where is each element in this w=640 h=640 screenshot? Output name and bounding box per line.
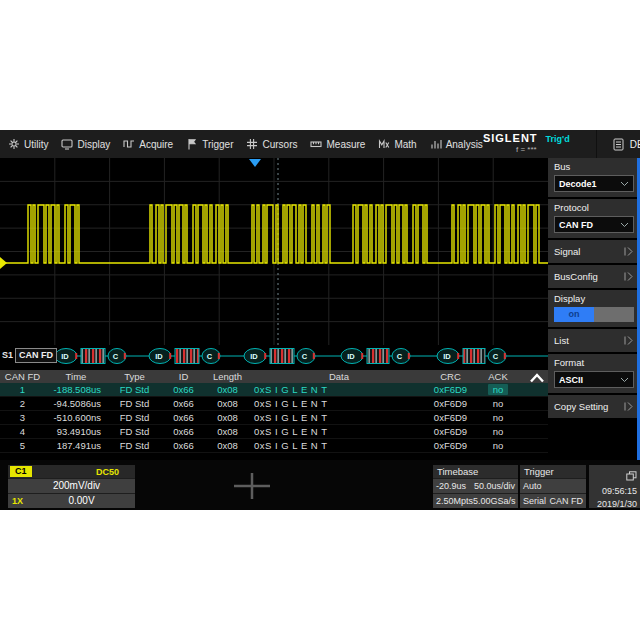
timebase-descriptor[interactable]: Timebase -20.9us 50.0us/div 2.50Mpts 5.0…: [433, 465, 518, 508]
menu-measure[interactable]: Measure: [310, 138, 365, 150]
trigger-bus: CAN FD: [550, 494, 584, 508]
panel-signal[interactable]: Signal: [548, 240, 640, 263]
panel-bus: Bus Decode1: [548, 158, 640, 197]
channel1-level-marker[interactable]: [0, 257, 7, 269]
cell-id: 0x66: [162, 397, 205, 410]
table-row-5[interactable]: 5187.491usFD Std0x660x080xS I G L E N T0…: [0, 439, 548, 453]
cell-id: 0x66: [162, 425, 205, 438]
cell-crc: 0xF6D9: [428, 397, 473, 410]
menu-trigger[interactable]: Trigger: [186, 138, 233, 150]
waveform-area[interactable]: IDCIDCIDCIDCIDC S1 CAN FD CAN FD Time Ty…: [0, 158, 548, 460]
col-header-data: Data: [250, 370, 428, 383]
menu-utility[interactable]: Utility: [8, 138, 48, 150]
cell-length: 0x08: [205, 383, 250, 396]
col-header-type: Type: [107, 370, 162, 383]
svg-text:ID: ID: [347, 352, 355, 361]
flag-icon: [186, 138, 198, 150]
analysis-icon: [430, 138, 442, 150]
channel1-descriptor[interactable]: C1 DC50 200mV/div 1X 0.00V: [8, 465, 135, 508]
menu-label: Math: [394, 139, 416, 150]
table-row-4[interactable]: 493.4910usFD Std0x660x080xS I G L E N T0…: [0, 425, 548, 439]
format-select[interactable]: ASCII: [554, 371, 634, 388]
svg-text:ID: ID: [155, 352, 163, 361]
cell-length: 0x08: [205, 411, 250, 424]
add-trace-button[interactable]: [232, 472, 272, 500]
pages-icon: [626, 471, 637, 481]
decode-frame[interactable]: IDC: [437, 349, 506, 364]
chevron-down-icon: [620, 181, 629, 187]
table-row-2[interactable]: 2-94.5086usFD Std0x660x080xS I G L E N T…: [0, 397, 548, 411]
cell-type: FD Std: [107, 425, 162, 438]
svg-text:C: C: [113, 352, 119, 361]
svg-text:C: C: [207, 352, 213, 361]
decode-frame[interactable]: IDC: [55, 349, 126, 364]
cell-id: 0x66: [162, 411, 205, 424]
svg-text:ID: ID: [250, 352, 258, 361]
decode-frame[interactable]: IDC: [341, 349, 410, 364]
display-toggle[interactable]: on: [554, 307, 634, 322]
cell-num: 1: [0, 383, 45, 396]
channel1-coupling: DC50: [96, 467, 119, 477]
panel-busconfig[interactable]: BusConfig: [548, 265, 640, 288]
menu-acquire[interactable]: Acquire: [123, 138, 173, 150]
clock-box[interactable]: 09:56:15 2019/1/30: [589, 465, 640, 508]
panel-copy-setting[interactable]: Copy Setting: [548, 395, 640, 418]
menubar: UtilityDisplayAcquireTriggerCursorsMeasu…: [0, 130, 640, 158]
cell-num: 4: [0, 425, 45, 438]
submenu-arrow-icon: [623, 402, 634, 411]
decode-panel-header[interactable]: DECODE: [596, 130, 640, 158]
cell-crc: 0xF6D9: [428, 439, 473, 452]
oscilloscope-screen: UtilityDisplayAcquireTriggerCursorsMeasu…: [0, 130, 640, 510]
table-row-1[interactable]: 1-188.508usFD Std0x660x080xS I G L E N T…: [0, 383, 548, 397]
cell-data: 0xS I G L E N T: [250, 439, 428, 452]
channel1-scale: 200mV/div: [8, 478, 135, 493]
protocol-select[interactable]: CAN FD: [554, 216, 634, 233]
chevron-down-icon: [620, 222, 629, 228]
page: UtilityDisplayAcquireTriggerCursorsMeasu…: [0, 0, 640, 640]
cursors-icon: [246, 138, 258, 150]
col-header-length: Length: [205, 370, 250, 383]
bus-label: Bus: [554, 161, 634, 172]
protocol-select-value: CAN FD: [559, 220, 593, 230]
menu-label: Cursors: [262, 139, 297, 150]
bus-select[interactable]: Decode1: [554, 175, 634, 192]
cell-data: 0xS I G L E N T: [250, 425, 428, 438]
cell-length: 0x08: [205, 439, 250, 452]
panel-protocol: Protocol CAN FD: [548, 199, 640, 238]
menu-label: Utility: [24, 139, 48, 150]
format-label: Format: [554, 357, 634, 368]
format-select-value: ASCII: [559, 375, 583, 385]
cell-crc: 0xF6D9: [428, 411, 473, 424]
brand-block: SIGLENT Trig'd f = ***: [483, 133, 570, 155]
decode-frame[interactable]: IDC: [149, 349, 220, 364]
cell-id: 0x66: [162, 383, 205, 396]
menu-display[interactable]: Display: [61, 138, 110, 150]
cell-data: 0xS I G L E N T: [250, 383, 428, 396]
menu-cursors[interactable]: Cursors: [246, 138, 297, 150]
svg-text:C: C: [302, 352, 308, 361]
decode-bus-label[interactable]: CAN FD: [15, 348, 57, 363]
decode-frame[interactable]: IDC: [244, 349, 315, 364]
math-icon: [378, 138, 390, 150]
cell-crc: 0xF6D9: [428, 425, 473, 438]
cell-time: 93.4910us: [45, 425, 107, 438]
gear-icon: [8, 138, 20, 150]
trigger-descriptor[interactable]: Trigger Auto Serial CAN FD: [520, 465, 586, 508]
trigger-position-marker[interactable]: [249, 159, 261, 167]
decode-table-header: CAN FD Time Type ID Length Data CRC ACK: [0, 370, 548, 383]
clock-date: 2019/1/30: [589, 498, 637, 510]
table-row-3[interactable]: 3-510.600nsFD Std0x660x080xS I G L E N T…: [0, 411, 548, 425]
cell-ack: no: [473, 411, 523, 424]
busconfig-label: BusConfig: [554, 271, 598, 282]
frequency-readout: f = ***: [516, 145, 537, 155]
menu-math[interactable]: Math: [378, 138, 416, 150]
panel-list[interactable]: List: [548, 329, 640, 352]
cell-ack: no: [473, 397, 523, 410]
submenu-arrow-icon: [623, 247, 634, 256]
menu-label: Acquire: [139, 139, 173, 150]
trigger-mode: Auto: [523, 479, 542, 493]
protocol-label: Protocol: [554, 202, 634, 213]
table-scroll-up-icon[interactable]: [528, 372, 546, 384]
svg-text:ID: ID: [443, 352, 451, 361]
menu-analysis[interactable]: Analysis: [430, 138, 483, 150]
